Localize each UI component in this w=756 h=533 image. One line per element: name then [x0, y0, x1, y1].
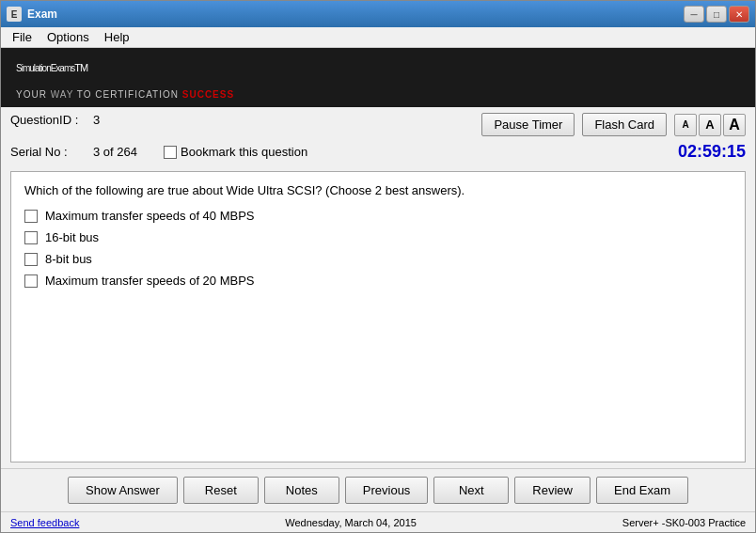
pause-timer-button[interactable]: Pause Timer	[481, 113, 575, 136]
info-right: Pause Timer Flash Card A A A	[481, 113, 746, 136]
checkbox-opt4[interactable]	[24, 274, 38, 288]
tagline-success: SUCCESS	[182, 89, 234, 100]
trademark: TM	[74, 62, 87, 73]
banner: SimulationExamsTM YOUR WAY TO CERTIFICAT…	[1, 48, 755, 107]
bookmark-checkbox[interactable]	[164, 146, 177, 159]
menu-bar: File Options Help	[1, 27, 755, 48]
timer-display: 02:59:15	[678, 142, 746, 162]
serial-row: Serial No : 3 of 264 Bookmark this quest…	[1, 140, 755, 165]
bookmark-label: Bookmark this question	[181, 145, 307, 159]
menu-options[interactable]: Options	[39, 28, 97, 46]
end-exam-button[interactable]: End Exam	[596, 477, 688, 504]
window-controls: ─ □ ✕	[684, 6, 749, 23]
menu-file[interactable]: File	[5, 28, 39, 46]
checkbox-opt1[interactable]	[24, 210, 38, 223]
question-id-label: QuestionID :	[10, 113, 86, 127]
title-bar: E Exam ─ □ ✕	[1, 1, 755, 27]
option-text-1: Maximum transfer speeds of 40 MBPS	[45, 209, 255, 223]
answer-option-1: Maximum transfer speeds of 40 MBPS	[24, 209, 732, 223]
option-text-2: 16-bit bus	[45, 230, 99, 244]
previous-button[interactable]: Previous	[345, 477, 429, 504]
answer-option-4: Maximum transfer speeds of 20 MBPS	[24, 274, 732, 288]
font-medium-button[interactable]: A	[699, 114, 721, 136]
tagline-pre: YOUR	[16, 89, 51, 100]
notes-button[interactable]: Notes	[264, 477, 339, 504]
question-area: Which of the following are true about Wi…	[10, 171, 746, 462]
checkbox-opt2[interactable]	[24, 231, 38, 244]
window-title: Exam	[27, 8, 684, 21]
bottom-bar: Show Answer Reset Notes Previous Next Re…	[1, 468, 755, 511]
checkbox-opt3[interactable]	[24, 253, 38, 266]
tagline-mid: TO CERTIFICATION	[73, 89, 182, 100]
answer-option-3: 8-bit bus	[24, 252, 732, 266]
answer-option-2: 16-bit bus	[24, 230, 732, 244]
banner-tagline: YOUR WAY TO CERTIFICATION SUCCESS	[16, 89, 740, 100]
font-size-controls: A A A	[674, 114, 746, 136]
serial-value: 3 of 264	[93, 145, 137, 159]
show-answer-button[interactable]: Show Answer	[68, 477, 178, 504]
main-window: E Exam ─ □ ✕ File Options Help Simulatio…	[0, 0, 756, 533]
question-id-value: 3	[93, 113, 100, 127]
feedback-link[interactable]: Send feedback	[10, 517, 79, 528]
maximize-button[interactable]: □	[706, 6, 727, 23]
status-bar: Send feedback Wednesday, March 04, 2015 …	[1, 511, 755, 532]
app-icon: E	[7, 7, 22, 22]
question-id-row: QuestionID : 3	[10, 113, 100, 127]
option-text-3: 8-bit bus	[45, 252, 92, 266]
status-date: Wednesday, March 04, 2015	[79, 517, 622, 528]
info-left: QuestionID : 3	[10, 113, 100, 127]
option-text-4: Maximum transfer speeds of 20 MBPS	[45, 274, 255, 288]
minimize-button[interactable]: ─	[684, 6, 704, 23]
font-large-button[interactable]: A	[723, 114, 746, 136]
menu-help[interactable]: Help	[97, 28, 137, 46]
banner-logo: SimulationExamsTM	[16, 57, 740, 87]
close-button[interactable]: ✕	[729, 6, 749, 23]
next-button[interactable]: Next	[433, 477, 509, 504]
tagline-way: WAY	[51, 89, 73, 100]
font-small-button[interactable]: A	[674, 114, 697, 136]
serial-label: Serial No :	[10, 145, 86, 159]
status-practice: Server+ -SK0-003 Practice	[622, 517, 746, 528]
info-bar: QuestionID : 3 Pause Timer Flash Card A …	[1, 107, 755, 140]
review-button[interactable]: Review	[514, 477, 591, 504]
question-text: Which of the following are true about Wi…	[24, 183, 732, 197]
reset-button[interactable]: Reset	[183, 477, 259, 504]
flash-card-button[interactable]: Flash Card	[582, 113, 667, 136]
